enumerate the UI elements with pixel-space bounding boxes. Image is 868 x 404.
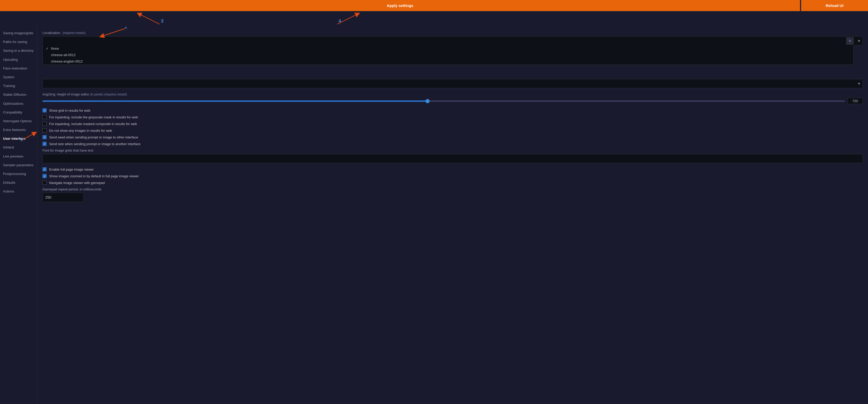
sidebar-item-paths-for-saving[interactable]: Paths for saving — [0, 37, 37, 46]
slider-thumb[interactable] — [426, 99, 430, 103]
localization-input[interactable] — [42, 36, 863, 45]
sidebar-item-training[interactable]: Training — [0, 82, 37, 90]
checkbox-send-size: Send size when sending prompt or image t… — [42, 142, 863, 146]
content-area: Localization (requires restart) 2 ▼ — [37, 27, 868, 404]
localization-refresh-button[interactable]: ↻ — [846, 37, 854, 44]
slider-label: img2img: height of image editor (in pixe… — [42, 92, 863, 96]
sidebar-item-defaults[interactable]: Defaults — [0, 178, 37, 187]
second-dropdown-input[interactable] — [42, 79, 863, 88]
option-chinese-english-label: chinese-english-0512 — [51, 59, 83, 63]
cb-include-masked-label: For inpainting, include masked composite… — [49, 122, 137, 126]
refresh-icon: ↻ — [849, 39, 851, 43]
sidebar-item-saving-to-directory[interactable]: Saving to a directory — [0, 46, 37, 55]
checkbox-send-seed: Send seed when sending prompt or image t… — [42, 135, 863, 139]
cb-navigate-gamepad-label: Navigate image viewer with gamepad — [49, 181, 105, 185]
slider-track-container[interactable] — [42, 98, 845, 104]
checkbox-include-masked: For inpainting, include masked composite… — [42, 122, 863, 126]
cb-do-not-show-label: Do not show any images in results for we… — [49, 129, 112, 132]
cb-include-greyscale[interactable] — [42, 115, 46, 119]
option-none-label: None — [51, 46, 59, 51]
sidebar-item-actions[interactable]: Actions — [0, 187, 37, 196]
option-chinese-all-label: chinese-all-0512 — [51, 53, 75, 57]
localization-option-none[interactable]: ✓ None — [43, 45, 853, 52]
sidebar-item-extra-networks[interactable]: Extra Networks — [0, 126, 37, 134]
sidebar-item-postprocessing[interactable]: Postprocessing — [0, 169, 37, 178]
cb-send-size-label: Send size when sending prompt or image t… — [49, 142, 141, 146]
checkbox-enable-full-page: Enable full page image viewer — [42, 167, 863, 172]
annotation-3: 3 — [161, 19, 163, 24]
gamepad-input[interactable]: 250 — [42, 193, 84, 202]
slider-track — [42, 100, 845, 102]
sidebar: Saving images/grids Paths for saving Sav… — [0, 27, 37, 404]
checkbox-navigate-gamepad: Navigate image viewer with gamepad — [42, 181, 863, 185]
sidebar-item-upscaling[interactable]: Upscaling — [0, 55, 37, 64]
localization-dropdown-menu: ✓ None chinese-all-0512 chinese-english-… — [42, 45, 854, 65]
cb-show-zoomed[interactable] — [42, 174, 46, 178]
cb-include-greyscale-label: For inpainting, include the greyscale ma… — [49, 115, 138, 119]
localization-label: Localization (requires restart) — [42, 31, 863, 35]
localization-option-chinese-all[interactable]: chinese-all-0512 — [43, 52, 853, 58]
cb-show-zoomed-label: Show images zoomed in by default in full… — [49, 174, 139, 178]
sidebar-item-compatibility[interactable]: Compatibility — [0, 108, 37, 117]
annotation-1: 1 — [21, 137, 23, 143]
sidebar-item-stable-diffusion[interactable]: Stable Diffusion — [0, 90, 37, 99]
slider-value-input[interactable]: 720 — [847, 98, 863, 104]
cb-include-masked[interactable] — [42, 122, 46, 126]
sidebar-item-optimizations[interactable]: Optimizations — [0, 99, 37, 108]
cb-navigate-gamepad[interactable] — [42, 181, 46, 185]
checkbox-show-grid: Show grid in results for web — [42, 108, 863, 113]
sidebar-item-interrogate-options[interactable]: Interrogate Options — [0, 117, 37, 126]
sidebar-item-saving-images[interactable]: Saving images/grids — [0, 29, 37, 37]
checkbox-do-not-show: Do not show any images in results for we… — [42, 128, 863, 132]
cb-do-not-show[interactable] — [42, 128, 46, 132]
gamepad-label: Gamepad repeat period, in milliseconds — [42, 187, 863, 191]
sidebar-item-user-interface[interactable]: User interface 1 — [0, 134, 37, 143]
cb-show-grid[interactable] — [42, 108, 46, 113]
cb-send-seed-label: Send seed when sending prompt or image t… — [49, 135, 138, 139]
localization-option-chinese-english[interactable]: chinese-english-0512 — [43, 58, 853, 65]
sidebar-item-system[interactable]: System — [0, 73, 37, 82]
cb-send-seed[interactable] — [42, 135, 46, 139]
apply-settings-button[interactable]: Apply settings — [0, 0, 800, 11]
sidebar-item-live-previews[interactable]: Live previews — [0, 152, 37, 161]
cb-enable-full-page-label: Enable full page image viewer — [49, 167, 94, 172]
reload-ui-button[interactable]: Reload UI — [801, 0, 868, 11]
annotation-2: 2 — [125, 27, 127, 29]
font-label: Font for image grids that have text — [42, 149, 863, 152]
cb-show-grid-label: Show grid in results for web — [49, 108, 90, 113]
sidebar-item-infotext[interactable]: Infotext — [0, 143, 37, 152]
check-icon: ✓ — [46, 46, 50, 51]
sidebar-item-face-restoration[interactable]: Face restoration — [0, 64, 37, 73]
annotation-4: 4 — [339, 19, 341, 24]
font-input[interactable] — [42, 154, 863, 163]
sidebar-item-sampler-parameters[interactable]: Sampler parameters — [0, 161, 37, 169]
checkbox-show-zoomed: Show images zoomed in by default in full… — [42, 174, 863, 178]
cb-send-size[interactable] — [42, 142, 46, 146]
cb-enable-full-page[interactable] — [42, 167, 46, 172]
checkbox-include-greyscale: For inpainting, include the greyscale ma… — [42, 115, 863, 119]
svg-line-0 — [139, 14, 160, 24]
